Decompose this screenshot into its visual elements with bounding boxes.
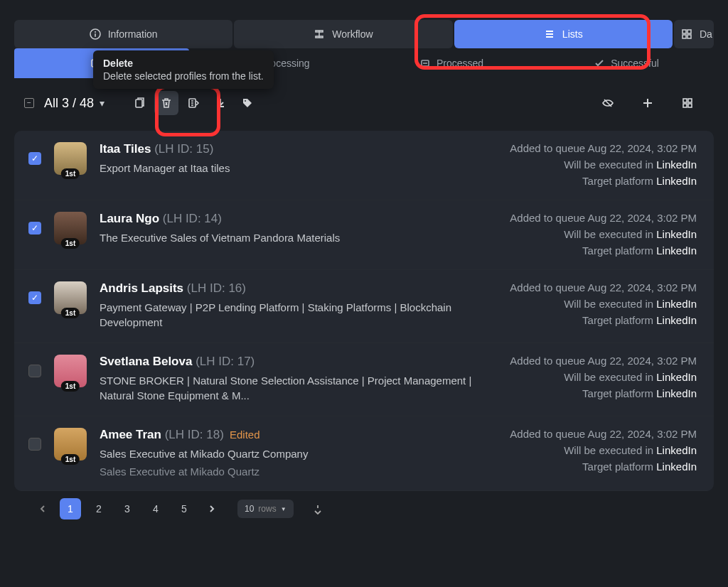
lh-id: (LH ID: 14)	[159, 212, 222, 225]
added-date: Added to queue Aug 22, 2024, 3:02 PM	[498, 355, 697, 367]
profile-list: ✓1stItaa Tiles (LH ID: 15)Export Manager…	[14, 131, 714, 491]
page-number[interactable]: 1	[60, 498, 81, 519]
exec-platform: Will be executed in LinkedIn	[498, 371, 697, 383]
added-date: Added to queue Aug 22, 2024, 3:02 PM	[498, 428, 697, 440]
tag-icon[interactable]	[235, 91, 259, 115]
tab-workflow[interactable]: Workflow	[234, 20, 452, 48]
toolbar-right	[596, 91, 700, 115]
tab-information[interactable]: Information	[14, 20, 232, 48]
processed-icon	[419, 58, 431, 69]
chevron-down-icon: ▼	[281, 506, 287, 512]
table-row[interactable]: ✓1stLaura Ngo (LH ID: 14)The Executive S…	[14, 200, 714, 270]
status-successful-label: Successful	[611, 58, 659, 69]
lh-id: (LH ID: 17)	[192, 355, 255, 368]
profile-description: Export Manager at Itaa tiles	[100, 161, 485, 176]
top-tabs: Information Workflow Lists Da	[0, 20, 728, 48]
svg-rect-2	[95, 33, 96, 37]
page-number[interactable]: 4	[145, 498, 166, 519]
svg-rect-21	[683, 104, 687, 107]
page-number[interactable]: 5	[173, 498, 195, 519]
connection-badge: 1st	[61, 381, 80, 392]
profile-name: Itaa Tiles	[100, 142, 151, 156]
trash-icon	[160, 97, 173, 109]
chevron-down-icon: ▾	[100, 97, 105, 109]
tab-dashboard[interactable]: Da	[674, 20, 714, 48]
row-checkbox[interactable]	[28, 438, 41, 451]
tooltip-subtitle: Delete selected profiles from the list.	[103, 70, 264, 82]
page-prev[interactable]	[34, 500, 51, 517]
avatar: 1st	[54, 142, 87, 175]
pagination: 12345 10 rows ▼	[0, 491, 728, 519]
added-date: Added to queue Aug 22, 2024, 3:02 PM	[498, 281, 697, 294]
target-platform: Target platform LinkedIn	[498, 461, 697, 473]
tab-lists-label: Lists	[562, 28, 583, 40]
svg-rect-8	[546, 36, 553, 38]
added-date: Added to queue Aug 22, 2024, 3:02 PM	[498, 212, 697, 224]
selection-count[interactable]: All 3 / 48 ▾	[44, 96, 105, 111]
row-checkbox[interactable]: ✓	[28, 222, 41, 235]
tab-lists[interactable]: Lists	[454, 20, 673, 48]
lh-id: (LH ID: 18)	[161, 428, 224, 441]
row-meta: Added to queue Aug 22, 2024, 3:02 PMWill…	[498, 142, 697, 187]
profile-description: STONE BROKER | Natural Stone Selection A…	[100, 373, 485, 403]
svg-rect-22	[688, 104, 692, 107]
svg-rect-20	[688, 99, 692, 102]
copy-icon[interactable]	[127, 91, 151, 115]
row-content: Andris Lapsits (LH ID: 16)Payment Gatewa…	[100, 281, 485, 330]
avatar: 1st	[54, 428, 87, 461]
rows-per-page[interactable]: 10 rows ▼	[237, 500, 294, 518]
row-meta: Added to queue Aug 22, 2024, 3:02 PMWill…	[498, 212, 697, 257]
profile-subtitle: Sales Executive at Mikado Quartz	[100, 465, 485, 478]
add-icon[interactable]	[636, 91, 660, 115]
avatar: 1st	[54, 355, 87, 387]
page-next[interactable]	[203, 500, 220, 517]
grid-icon[interactable]	[675, 91, 700, 115]
profile-description: Sales Executive at Mikado Quartz Company	[100, 446, 485, 461]
avatar: 1st	[54, 281, 87, 314]
target-platform: Target platform LinkedIn	[498, 244, 697, 257]
download-icon[interactable]	[208, 91, 232, 115]
connection-badge: 1st	[61, 238, 80, 249]
connection-badge: 1st	[61, 168, 80, 179]
profile-description: Payment Gateway | P2P Lending Platform |…	[100, 300, 485, 330]
tab-information-label: Information	[108, 28, 158, 40]
refresh-icon[interactable]	[312, 503, 323, 515]
tooltip-title: Delete	[103, 58, 264, 69]
table-row[interactable]: 1stSvetlana Belova (LH ID: 17)STONE BROK…	[14, 343, 714, 416]
row-checkbox[interactable]: ✓	[28, 152, 41, 165]
row-checkbox[interactable]: ✓	[28, 291, 41, 304]
profile-name: Svetlana Belova	[100, 355, 192, 368]
exclude-icon[interactable]	[181, 91, 205, 115]
page-numbers: 12345	[60, 498, 195, 519]
profile-name: Andris Lapsits	[100, 281, 183, 295]
row-meta: Added to queue Aug 22, 2024, 3:02 PMWill…	[498, 428, 697, 478]
profile-name: Amee Tran	[100, 428, 161, 441]
target-platform: Target platform LinkedIn	[498, 314, 697, 326]
status-processed-label: Processed	[437, 58, 483, 69]
profile-description: The Executive Sales of Vietnam Pandora M…	[100, 230, 485, 245]
row-content: Itaa Tiles (LH ID: 15)Export Manager at …	[100, 142, 485, 187]
page-number[interactable]: 3	[117, 498, 138, 519]
connection-badge: 1st	[61, 308, 80, 318]
svg-rect-16	[136, 99, 142, 107]
avatar: 1st	[54, 212, 87, 244]
added-date: Added to queue Aug 22, 2024, 3:02 PM	[498, 142, 697, 154]
target-platform: Target platform LinkedIn	[498, 175, 697, 187]
row-content: Amee Tran (LH ID: 18) EditedSales Execut…	[100, 428, 485, 478]
svg-point-1	[95, 31, 96, 33]
collapse-icon[interactable]: −	[24, 98, 34, 108]
status-processed[interactable]: Processed	[364, 48, 539, 78]
table-row[interactable]: ✓1stItaa Tiles (LH ID: 15)Export Manager…	[14, 131, 714, 200]
row-meta: Added to queue Aug 22, 2024, 3:02 PMWill…	[498, 281, 697, 330]
exec-platform: Will be executed in LinkedIn	[498, 228, 697, 240]
table-row[interactable]: 1stAmee Tran (LH ID: 18) EditedSales Exe…	[14, 416, 714, 491]
tab-dashboard-label: Da	[700, 28, 712, 40]
status-successful[interactable]: Successful	[539, 48, 714, 78]
bulk-actions	[127, 91, 259, 115]
row-checkbox[interactable]	[28, 365, 41, 377]
page-number[interactable]: 2	[88, 498, 109, 519]
exec-platform: Will be executed in LinkedIn	[498, 298, 697, 310]
table-row[interactable]: ✓1stAndris Lapsits (LH ID: 16)Payment Ga…	[14, 270, 714, 343]
hide-icon[interactable]	[596, 91, 620, 115]
delete-button[interactable]	[154, 91, 178, 115]
